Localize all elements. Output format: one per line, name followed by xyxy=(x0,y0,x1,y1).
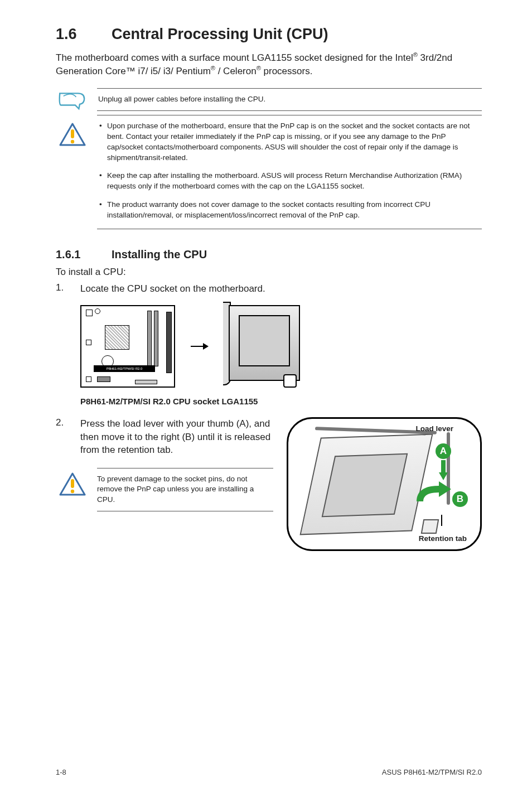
board-chip3-icon xyxy=(86,376,91,382)
svg-point-1 xyxy=(71,140,74,143)
circle-b: B xyxy=(452,491,468,507)
step-2-text: Press the load lever with your thumb (A)… xyxy=(80,417,273,456)
note-block-unplug: Unplug all power cables before installin… xyxy=(56,88,482,113)
section-heading: 1.6Central Processing Unit (CPU) xyxy=(56,26,482,43)
inner-caution-block: To prevent damage to the socket pins, do… xyxy=(56,468,273,511)
board-label-text: P8H61-M2/TPM/SI R2.0 xyxy=(94,366,154,371)
step-2: 2. Press the load lever with your thumb … xyxy=(56,417,273,456)
subsection-number: 1.6.1 xyxy=(56,248,112,261)
step-1-number: 1. xyxy=(56,282,80,295)
caution-bullet-1: Upon purchase of the motherboard, ensure… xyxy=(98,121,481,163)
intro-line2c: processors. xyxy=(261,66,313,76)
board-chip5-icon xyxy=(135,380,157,384)
board-connector-icon xyxy=(166,312,172,373)
sd-line-icon xyxy=(441,515,442,526)
socket-closeup-diagram xyxy=(223,302,307,391)
caution-icon xyxy=(59,472,86,497)
intro-sup3: ® xyxy=(257,65,261,71)
green-arrow-curve-icon xyxy=(414,481,453,504)
intro-paragraph: The motherboard comes with a surface mou… xyxy=(56,51,482,78)
diagram-row: P8H61-M2/TPM/SI R2.0 P8H61-M2/TPM/SI R2.… xyxy=(80,302,482,406)
intro-sup1: ® xyxy=(413,51,418,58)
intro-line2b: / Celeron xyxy=(215,66,257,76)
green-arrow-down-icon xyxy=(439,460,448,480)
page: 1.6Central Processing Unit (CPU) The mot… xyxy=(0,0,532,802)
board-label: P8H61-M2/TPM/SI R2.0 xyxy=(94,365,155,372)
subsection-title: Installing the CPU xyxy=(112,248,207,260)
svg-rect-0 xyxy=(71,129,74,138)
footer-right: ASUS P8H61-M2/TPM/SI R2.0 xyxy=(382,768,482,776)
section-title: Central Processing Unit (CPU) xyxy=(112,26,328,42)
steps-list-2: 2. Press the load lever with your thumb … xyxy=(56,417,273,456)
step-1: 1. Locate the CPU socket on the motherbo… xyxy=(56,282,482,295)
steps-list: 1. Locate the CPU socket on the motherbo… xyxy=(56,282,482,295)
step-2-number: 2. xyxy=(56,417,80,456)
caution-bullet-3: The product warranty does not cover dama… xyxy=(98,200,481,221)
caution-icon-col xyxy=(56,115,89,147)
board-chip2-icon xyxy=(86,340,91,345)
intro-line1a: The motherboard comes with a surface mou… xyxy=(56,52,413,63)
note-icon-col xyxy=(56,88,89,113)
intro-sup2: ® xyxy=(211,65,215,71)
step-2-right: Load lever A B Retention tab xyxy=(287,417,482,551)
sd-sock-icon xyxy=(322,453,408,517)
socket-lever-diagram: Load lever A B Retention tab xyxy=(287,417,482,551)
arrow-icon xyxy=(191,346,207,347)
caution-block: Upon purchase of the motherboard, ensure… xyxy=(56,115,482,229)
diagram-wrap: P8H61-M2/TPM/SI R2.0 xyxy=(80,302,482,391)
caution-bullet-2: Keep the cap after installing the mother… xyxy=(98,171,481,192)
note-unplug-text: Unplug all power cables before installin… xyxy=(98,94,481,105)
step-2-left: 2. Press the load lever with your thumb … xyxy=(56,417,273,511)
motherboard-diagram: P8H61-M2/TPM/SI R2.0 xyxy=(80,305,175,388)
caution-body: Upon purchase of the motherboard, ensure… xyxy=(97,115,482,229)
caution-icon xyxy=(59,123,86,147)
section-number: 1.6 xyxy=(56,26,112,43)
board-socket-icon xyxy=(105,325,129,350)
board-chip-icon xyxy=(86,310,93,316)
install-intro: To install a CPU: xyxy=(56,267,482,278)
inner-caution-icon-col xyxy=(56,468,89,511)
page-footer: 1-8 ASUS P8H61-M2/TPM/SI R2.0 xyxy=(56,768,482,776)
sd-tab-icon xyxy=(421,519,439,534)
step-1-text: Locate the CPU socket on the motherboard… xyxy=(80,282,482,295)
step-2-row: 2. Press the load lever with your thumb … xyxy=(56,417,482,551)
hand-note-icon xyxy=(58,90,87,113)
board-chip4-icon xyxy=(97,376,110,382)
sq-notch-icon xyxy=(283,374,297,388)
svg-point-3 xyxy=(71,490,74,493)
label-retention-tab: Retention tab xyxy=(419,534,467,543)
footer-left: 1-8 xyxy=(56,768,66,776)
diagram-caption: P8H61-M2/TPM/SI R2.0 CPU socket LGA1155 xyxy=(80,397,482,406)
board-ram-icon xyxy=(154,311,158,366)
inner-caution-text-col: To prevent damage to the socket pins, do… xyxy=(97,468,273,511)
svg-rect-2 xyxy=(71,479,74,488)
subsection-heading: 1.6.1Installing the CPU xyxy=(56,248,482,261)
inner-caution-text: To prevent damage to the socket pins, do… xyxy=(97,474,273,505)
label-load-lever: Load lever xyxy=(415,424,453,433)
board-ram2-icon xyxy=(147,311,152,366)
caution-bullet-list: Upon purchase of the motherboard, ensure… xyxy=(98,121,481,221)
note-text-col: Unplug all power cables before installin… xyxy=(97,88,482,111)
sq-sock-icon xyxy=(239,315,290,366)
board-screw-icon xyxy=(95,308,100,314)
